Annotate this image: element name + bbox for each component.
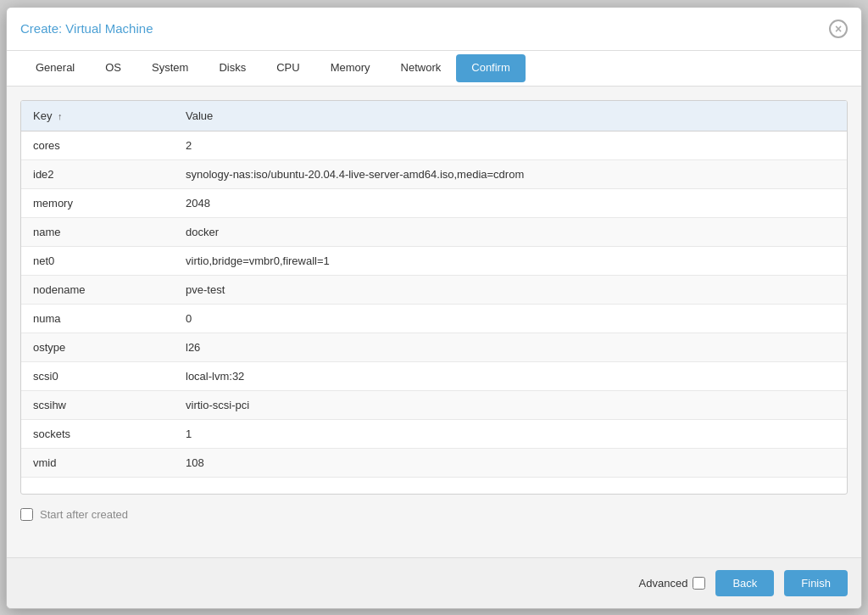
row-value: 2 xyxy=(174,131,847,159)
row-key: numa xyxy=(21,304,174,333)
col-value-header: Value xyxy=(174,101,847,131)
row-value: local-lvm:32 xyxy=(174,361,847,390)
table-row: ide2synology-nas:iso/ubuntu-20.04.4-live… xyxy=(21,159,847,188)
start-after-created-checkbox[interactable] xyxy=(20,508,33,521)
dialog-header: Create: Virtual Machine × xyxy=(7,8,861,51)
tab-network[interactable]: Network xyxy=(386,51,457,86)
table-row: namedocker xyxy=(21,217,847,246)
table-row: scsihwvirtio-scsi-pci xyxy=(21,390,847,419)
row-value: docker xyxy=(174,217,847,246)
empty-row xyxy=(21,477,847,494)
row-key: ide2 xyxy=(21,159,174,188)
tab-cpu[interactable]: CPU xyxy=(261,51,314,86)
table-row: numa0 xyxy=(21,304,847,333)
row-key: net0 xyxy=(21,246,174,275)
row-value: pve-test xyxy=(174,275,847,304)
table-row: cores2 xyxy=(21,131,847,159)
config-table-container: Key ↑ Value cores2ide2synology-nas:iso/u… xyxy=(20,100,848,495)
row-key: name xyxy=(21,217,174,246)
close-button[interactable]: × xyxy=(829,20,848,38)
tab-memory[interactable]: Memory xyxy=(315,51,386,86)
row-key: nodename xyxy=(21,275,174,304)
row-value: 0 xyxy=(174,304,847,333)
dialog-title: Create: Virtual Machine xyxy=(20,21,153,36)
tab-general[interactable]: General xyxy=(20,51,90,86)
col-key-header[interactable]: Key ↑ xyxy=(21,101,174,131)
row-value: 1 xyxy=(174,419,847,448)
row-key: vmid xyxy=(21,448,174,477)
start-after-created-row: Start after created xyxy=(20,508,848,521)
table-row: net0virtio,bridge=vmbr0,firewall=1 xyxy=(21,246,847,275)
tab-system[interactable]: System xyxy=(136,51,203,86)
table-row: ostypel26 xyxy=(21,333,847,361)
advanced-label[interactable]: Advanced xyxy=(639,577,706,590)
row-key: sockets xyxy=(21,419,174,448)
row-value: 108 xyxy=(174,448,847,477)
row-key: scsihw xyxy=(21,390,174,419)
row-value: virtio-scsi-pci xyxy=(174,390,847,419)
tab-os[interactable]: OS xyxy=(90,51,136,86)
row-value: synology-nas:iso/ubuntu-20.04.4-live-ser… xyxy=(174,159,847,188)
table-row: scsi0local-lvm:32 xyxy=(21,361,847,390)
start-after-created-label[interactable]: Start after created xyxy=(20,508,848,521)
tab-confirm[interactable]: Confirm xyxy=(456,54,526,82)
row-value: 2048 xyxy=(174,188,847,217)
back-button[interactable]: Back xyxy=(715,570,774,596)
main-content: Key ↑ Value cores2ide2synology-nas:iso/u… xyxy=(7,87,861,557)
table-row: sockets1 xyxy=(21,419,847,448)
config-table: Key ↑ Value cores2ide2synology-nas:iso/u… xyxy=(21,101,847,495)
row-value: virtio,bridge=vmbr0,firewall=1 xyxy=(174,246,847,275)
finish-button[interactable]: Finish xyxy=(784,570,848,596)
footer-bar: Advanced Back Finish xyxy=(7,557,861,608)
tab-disks[interactable]: Disks xyxy=(203,51,261,86)
table-row: vmid108 xyxy=(21,448,847,477)
table-row: memory2048 xyxy=(21,188,847,217)
row-value: l26 xyxy=(174,333,847,361)
row-key: cores xyxy=(21,131,174,159)
tab-bar: General OS System Disks CPU Memory Netwo… xyxy=(7,51,861,87)
footer-right: Advanced Back Finish xyxy=(639,570,848,596)
table-row: nodenamepve-test xyxy=(21,275,847,304)
create-vm-dialog: Create: Virtual Machine × General OS Sys… xyxy=(6,7,862,609)
row-key: memory xyxy=(21,188,174,217)
sort-arrow-icon: ↑ xyxy=(58,111,63,121)
advanced-checkbox[interactable] xyxy=(693,577,705,590)
row-key: scsi0 xyxy=(21,361,174,390)
row-key: ostype xyxy=(21,333,174,361)
